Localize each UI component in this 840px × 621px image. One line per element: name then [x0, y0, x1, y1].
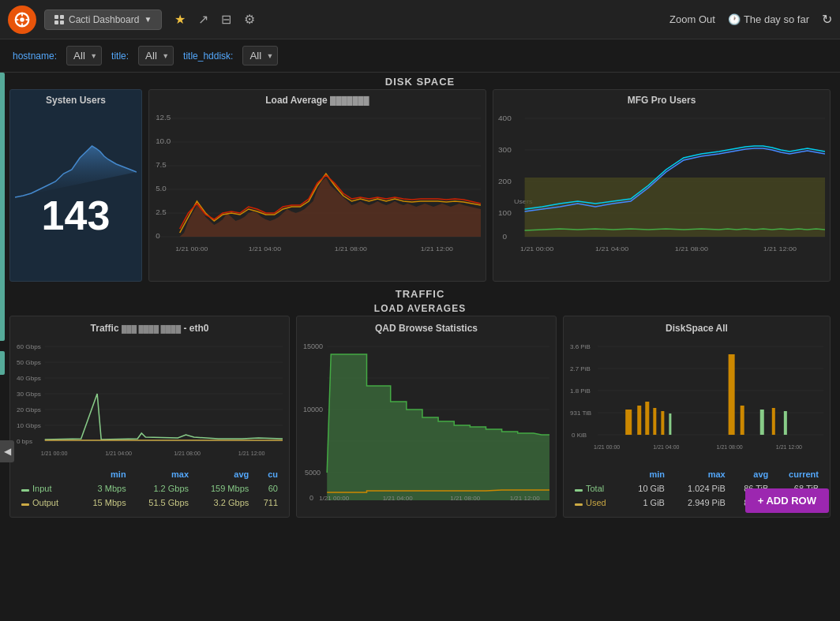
mfg-pro-panel: MFG Pro Users 400 300 200 100 0 Users [493, 89, 831, 282]
traffic-chart: 60 Gbps 50 Gbps 40 Gbps 30 Gbps 20 Gbps … [17, 339, 283, 461]
svg-text:1/21 00:00: 1/21 00:00 [319, 495, 350, 502]
ds-max-header: max [669, 468, 729, 481]
dashboard-title: Cacti Dashboard [69, 14, 139, 25]
svg-text:1/21 12:00: 1/21 12:00 [421, 245, 454, 253]
svg-text:1/21 04:00: 1/21 04:00 [249, 245, 282, 253]
svg-text:1/21 08:00: 1/21 08:00 [717, 444, 743, 450]
svg-text:3.6 PiB: 3.6 PiB [570, 343, 591, 350]
output-min: 15 Mbps [77, 496, 129, 509]
input-max: 1.2 Gbps [131, 482, 192, 495]
save-icon[interactable]: ⊟ [221, 12, 231, 27]
star-icon[interactable]: ★ [174, 12, 186, 27]
traffic-stats-table: min max avg cu Input 3 Mbps 1.2 Gbps 159… [17, 466, 283, 511]
mfg-pro-title: MFG Pro Users [498, 95, 825, 106]
input-avg: 159 Mbps [193, 482, 252, 495]
max-header: max [131, 468, 192, 481]
zoom-out-button[interactable]: Zoom Out [669, 13, 715, 25]
used-min: 1 GiB [624, 496, 668, 509]
load-averages-header: LOAD AVERAGES [0, 301, 840, 316]
svg-text:1/21 00:00: 1/21 00:00 [594, 444, 620, 450]
bottom-chart-row: Traffic ███ ████ ████ - eth0 60 Gbps 50 … [0, 316, 840, 524]
input-cu: 60 [253, 482, 281, 495]
diskspace-chart: 3.6 PiB 2.7 PiB 1.8 PiB 931 TiB 0 KiB 1/… [570, 339, 823, 461]
traffic-header: TRAFFIC [0, 286, 840, 301]
hostname-label: hostname: [13, 51, 57, 62]
ds-current-header: current [773, 468, 822, 481]
svg-rect-88 [772, 408, 775, 435]
dashboard-button[interactable]: Cacti Dashboard ▼ [44, 9, 162, 30]
export-icon[interactable]: ↗ [198, 12, 208, 27]
qad-title: QAD Browse Statistics [303, 323, 549, 334]
ds-min-header: min [624, 468, 668, 481]
day-range-button[interactable]: 🕐 The day so far [728, 13, 809, 25]
settings-icon[interactable]: ⚙ [244, 12, 255, 27]
refresh-button[interactable]: ↻ [822, 12, 832, 27]
title-filter-wrapper: All [138, 46, 174, 65]
topbar-icons: ★ ↗ ⊟ ⚙ [174, 12, 255, 27]
svg-text:1/21 00:00: 1/21 00:00 [41, 451, 68, 456]
used-max: 2.949 PiB [669, 496, 729, 509]
svg-rect-89 [784, 411, 787, 435]
title-hddisk-select[interactable]: All [242, 46, 278, 65]
svg-rect-87 [760, 410, 764, 435]
mfg-pro-chart: 400 300 200 100 0 Users 1/21 00:00 1/21 … [498, 110, 825, 268]
svg-rect-84 [669, 413, 671, 435]
svg-text:5.0: 5.0 [156, 184, 167, 193]
svg-rect-79 [625, 410, 632, 435]
grid-icon [54, 15, 64, 24]
output-cu: 711 [253, 496, 281, 509]
svg-text:0: 0 [309, 494, 313, 502]
svg-rect-80 [637, 406, 641, 435]
svg-text:50 Gbps: 50 Gbps [17, 359, 41, 366]
svg-text:0: 0 [503, 233, 508, 241]
used-label: Used [586, 498, 606, 507]
svg-text:40 Gbps: 40 Gbps [17, 375, 41, 382]
svg-rect-85 [729, 354, 735, 435]
svg-text:300: 300 [498, 146, 512, 154]
top-chart-row: Systen Users 143 Load Average ███████ 12… [0, 89, 840, 286]
svg-text:400: 400 [498, 114, 512, 122]
svg-text:1/21 12:00: 1/21 12:00 [776, 444, 802, 450]
svg-text:0: 0 [156, 231, 159, 240]
collapse-button[interactable]: ◀ [0, 440, 14, 462]
svg-rect-82 [653, 408, 656, 435]
svg-text:100: 100 [498, 209, 512, 217]
svg-rect-81 [645, 402, 649, 435]
svg-text:1/21 04:00: 1/21 04:00 [383, 495, 414, 502]
system-users-chart [15, 110, 137, 205]
total-max: 1.024 PiB [669, 482, 729, 495]
svg-rect-33 [525, 178, 825, 237]
left-accent-2 [0, 351, 5, 375]
cu-header: cu [253, 468, 281, 481]
svg-point-1 [20, 17, 24, 22]
diskspace-panel: DiskSpace All 3.6 PiB 2.7 PiB 1.8 PiB 93… [563, 316, 831, 518]
title-hddisk-filter-wrapper: All [242, 46, 278, 65]
svg-rect-83 [661, 411, 664, 435]
hostname-select[interactable]: All [66, 46, 102, 65]
clock-icon: 🕐 [728, 13, 741, 25]
min-header: min [77, 468, 129, 481]
title-select[interactable]: All [138, 46, 174, 65]
add-row-button[interactable]: + ADD ROW [745, 488, 829, 513]
system-users-panel: Systen Users 143 [9, 89, 142, 282]
svg-text:1/21 12:00: 1/21 12:00 [238, 451, 265, 456]
main-content: ◀ DISK SPACE Systen Users 143 Load Avera… [0, 73, 840, 524]
svg-text:1/21 12:00: 1/21 12:00 [763, 245, 797, 252]
svg-text:10.0: 10.0 [156, 137, 171, 145]
topbar-right: Zoom Out 🕐 The day so far ↻ [669, 12, 832, 27]
svg-text:1/21 08:00: 1/21 08:00 [335, 245, 368, 253]
input-min: 3 Mbps [77, 482, 129, 495]
svg-text:60 Gbps: 60 Gbps [17, 343, 41, 350]
qad-chart: 15000 10000 5000 0 1/21 00:00 1/21 04:00… [303, 339, 549, 504]
svg-text:1/21 08:00: 1/21 08:00 [450, 495, 481, 502]
traffic-panel: Traffic ███ ████ ████ - eth0 60 Gbps 50 … [9, 316, 290, 518]
output-row: Output 15 Mbps 51.5 Gbps 3.2 Gbps 711 [18, 496, 281, 509]
input-row: Input 3 Mbps 1.2 Gbps 159 Mbps 60 [18, 482, 281, 495]
svg-text:5000: 5000 [305, 469, 321, 477]
svg-text:1/21 08:00: 1/21 08:00 [675, 245, 709, 252]
left-accent-1 [0, 73, 5, 341]
title-label: title: [111, 51, 129, 62]
hostname-filter-wrapper: All [66, 46, 102, 65]
svg-text:200: 200 [498, 178, 512, 185]
system-users-title: Systen Users [15, 95, 137, 106]
